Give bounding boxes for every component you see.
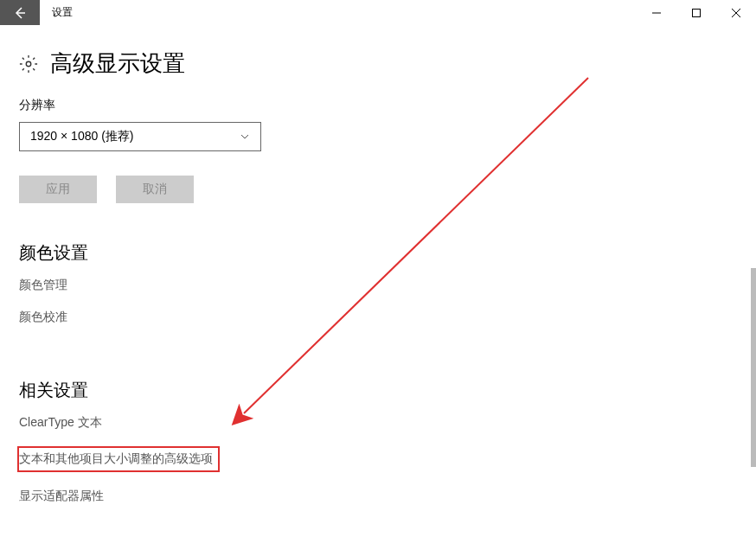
cleartype-link[interactable]: ClearType 文本 bbox=[19, 415, 102, 431]
resolution-value: 1920 × 1080 (推荐) bbox=[30, 129, 133, 144]
apply-button[interactable]: 应用 bbox=[19, 176, 97, 203]
page-title: 高级显示设置 bbox=[50, 48, 185, 79]
text-size-link[interactable]: 文本和其他项目大小调整的高级选项 bbox=[17, 446, 220, 472]
window-controls bbox=[637, 0, 756, 25]
color-calibration-link[interactable]: 颜色校准 bbox=[19, 310, 67, 325]
minimize-icon bbox=[652, 9, 661, 17]
minimize-button[interactable] bbox=[637, 0, 676, 25]
content-area: 高级显示设置 分辨率 1920 × 1080 (推荐) 应用 取消 颜色设置 颜… bbox=[0, 26, 756, 537]
gear-icon bbox=[19, 54, 38, 74]
resolution-label: 分辨率 bbox=[19, 98, 737, 113]
arrow-left-icon bbox=[13, 6, 27, 20]
color-section-title: 颜色设置 bbox=[19, 241, 737, 265]
page-header: 高级显示设置 bbox=[19, 48, 737, 79]
maximize-icon bbox=[692, 9, 701, 17]
window-title: 设置 bbox=[40, 0, 85, 25]
close-icon bbox=[732, 9, 740, 17]
titlebar: 设置 bbox=[0, 0, 756, 26]
cancel-button[interactable]: 取消 bbox=[116, 176, 194, 203]
close-button[interactable] bbox=[716, 0, 756, 25]
back-button[interactable] bbox=[0, 0, 40, 25]
svg-point-1 bbox=[26, 61, 31, 67]
button-row: 应用 取消 bbox=[19, 176, 737, 203]
chevron-down-icon bbox=[240, 131, 250, 142]
scrollbar-thumb[interactable] bbox=[751, 268, 756, 467]
maximize-button[interactable] bbox=[676, 0, 716, 25]
scrollbar[interactable] bbox=[751, 104, 756, 537]
resolution-dropdown[interactable]: 1920 × 1080 (推荐) bbox=[19, 122, 261, 151]
svg-rect-0 bbox=[693, 9, 701, 16]
related-section-title: 相关设置 bbox=[19, 379, 737, 402]
color-management-link[interactable]: 颜色管理 bbox=[19, 278, 67, 293]
adapter-link[interactable]: 显示适配器属性 bbox=[19, 489, 104, 504]
